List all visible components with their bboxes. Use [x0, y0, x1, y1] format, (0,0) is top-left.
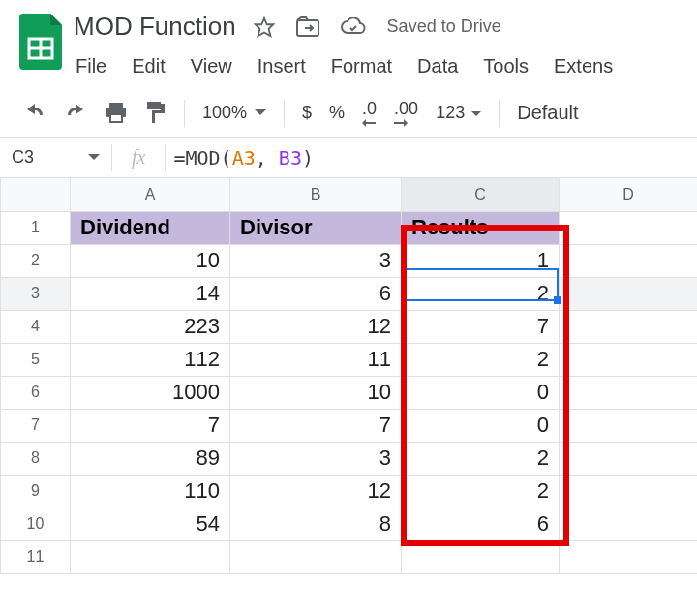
col-header-c[interactable]: C: [402, 178, 560, 211]
cell[interactable]: 2: [402, 475, 560, 508]
row-header[interactable]: 3: [1, 277, 71, 310]
cell[interactable]: [560, 442, 698, 475]
cloud-saved-icon[interactable]: [341, 17, 366, 37]
menu-data[interactable]: Data: [417, 55, 458, 77]
cell[interactable]: 89: [71, 442, 230, 475]
row-header[interactable]: 4: [1, 310, 71, 343]
cell[interactable]: Results: [402, 211, 560, 244]
menu-extensions[interactable]: Extens: [554, 55, 613, 77]
cell[interactable]: [560, 211, 698, 244]
cell[interactable]: [560, 475, 698, 508]
row-header[interactable]: 10: [1, 508, 71, 540]
cell[interactable]: 6: [230, 277, 402, 310]
menu-file[interactable]: File: [76, 55, 106, 77]
cell[interactable]: [560, 540, 698, 573]
chevron-down-icon: [255, 109, 266, 117]
cell[interactable]: 2: [402, 343, 560, 376]
cell[interactable]: [560, 409, 698, 442]
format-currency[interactable]: $: [302, 103, 312, 123]
cell[interactable]: 12: [230, 310, 402, 343]
font-select[interactable]: Default: [517, 102, 578, 124]
selection-handle[interactable]: [554, 296, 561, 304]
select-all-corner[interactable]: [1, 178, 71, 211]
cell[interactable]: 6: [402, 508, 560, 540]
col-header-d[interactable]: D: [560, 178, 698, 211]
menu-view[interactable]: View: [191, 55, 232, 77]
cell[interactable]: 12: [230, 475, 402, 508]
cell[interactable]: 2: [402, 277, 560, 310]
cell[interactable]: [402, 540, 560, 573]
row-header[interactable]: 9: [1, 475, 71, 508]
cell[interactable]: [230, 540, 402, 573]
sheets-logo[interactable]: [12, 10, 74, 72]
cell[interactable]: [560, 310, 698, 343]
col-header-b[interactable]: B: [230, 178, 402, 211]
cell[interactable]: 11: [230, 343, 402, 376]
row-header[interactable]: 11: [1, 540, 71, 573]
cell[interactable]: 0: [402, 376, 560, 409]
cell[interactable]: 1000: [71, 376, 230, 409]
row-header[interactable]: 1: [1, 211, 71, 244]
chevron-down-icon: [88, 154, 100, 162]
cell[interactable]: 223: [71, 310, 230, 343]
row-header[interactable]: 8: [1, 442, 71, 475]
cell[interactable]: [560, 244, 698, 277]
cell[interactable]: 7: [402, 310, 560, 343]
cell[interactable]: 10: [71, 244, 230, 277]
cell[interactable]: [71, 540, 230, 573]
separator: [184, 100, 185, 127]
zoom-select[interactable]: 100%: [202, 103, 266, 123]
separator: [284, 100, 285, 127]
document-title[interactable]: MOD Function: [74, 10, 236, 44]
svg-rect-8: [147, 102, 161, 109]
formula-input[interactable]: =MOD(A3, B3): [166, 146, 697, 169]
cell[interactable]: 110: [71, 475, 230, 508]
cell[interactable]: 3: [230, 442, 402, 475]
cell[interactable]: 2: [402, 442, 560, 475]
menu-format[interactable]: Format: [331, 55, 392, 77]
row-header[interactable]: 6: [1, 376, 71, 409]
cell[interactable]: 0: [402, 409, 560, 442]
col-header-a[interactable]: A: [71, 178, 230, 211]
menu-edit[interactable]: Edit: [132, 55, 165, 77]
name-box[interactable]: C3: [0, 147, 111, 168]
format-increase-decimal[interactable]: .00: [394, 99, 418, 127]
move-icon[interactable]: [296, 16, 319, 38]
redo-icon[interactable]: [64, 104, 87, 123]
cell[interactable]: [560, 277, 698, 310]
menu-tools[interactable]: Tools: [483, 55, 529, 77]
format-decrease-decimal[interactable]: .0: [362, 99, 377, 127]
paint-format-icon[interactable]: [145, 102, 167, 125]
cell[interactable]: 112: [71, 343, 230, 376]
cell[interactable]: 3: [230, 244, 402, 277]
row-header[interactable]: 5: [1, 343, 71, 376]
row-header[interactable]: 2: [1, 244, 71, 277]
cell[interactable]: [560, 343, 698, 376]
undo-icon[interactable]: [23, 104, 46, 123]
cell[interactable]: 10: [230, 376, 402, 409]
star-icon[interactable]: [254, 16, 275, 38]
cell[interactable]: Divisor: [230, 211, 402, 244]
cell[interactable]: 8: [230, 508, 402, 540]
cell[interactable]: Dividend: [71, 211, 230, 244]
cell[interactable]: 7: [71, 409, 230, 442]
format-more[interactable]: 123: [436, 103, 481, 123]
print-icon[interactable]: [105, 103, 128, 124]
svg-rect-7: [110, 114, 122, 122]
fx-icon: fx: [112, 146, 165, 169]
row-header[interactable]: 7: [1, 409, 71, 442]
svg-marker-3: [255, 17, 272, 35]
cell[interactable]: 14: [71, 277, 230, 310]
spreadsheet-grid[interactable]: A B C D 1DividendDivisorResults210313146…: [0, 178, 697, 574]
separator: [499, 100, 500, 127]
saved-status: Saved to Drive: [387, 16, 501, 37]
menu-insert[interactable]: Insert: [258, 55, 306, 77]
cell[interactable]: 1: [402, 244, 560, 277]
cell[interactable]: 54: [71, 508, 230, 540]
cell[interactable]: [560, 376, 698, 409]
zoom-value: 100%: [202, 103, 247, 123]
cell[interactable]: [560, 508, 698, 540]
cell[interactable]: 7: [230, 409, 402, 442]
format-percent[interactable]: %: [329, 103, 345, 123]
toolbar: 100% $ % .0 .00 123 Default: [0, 87, 697, 138]
